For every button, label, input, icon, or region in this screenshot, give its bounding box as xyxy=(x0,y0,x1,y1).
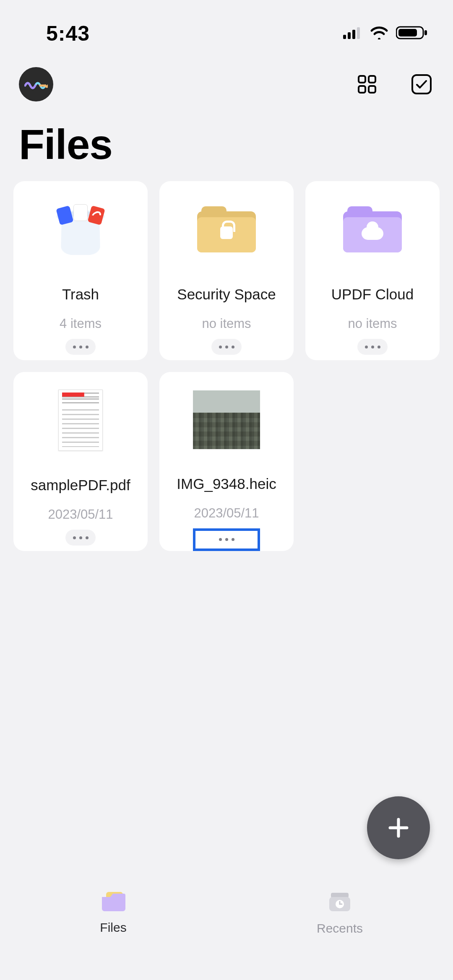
folder-tab-icon xyxy=(100,891,126,914)
item-name: IMG_9348.heic xyxy=(172,476,280,492)
item-name: Security Space xyxy=(173,286,280,303)
item-trash[interactable]: Trash 4 items xyxy=(13,181,148,360)
status-bar: 5:43 xyxy=(0,0,453,50)
svg-rect-2 xyxy=(352,30,355,39)
wifi-icon xyxy=(370,26,388,41)
item-subtext: no items xyxy=(202,316,251,331)
grid-view-button[interactable] xyxy=(354,72,380,97)
header-actions xyxy=(354,72,434,97)
svg-rect-8 xyxy=(369,76,375,83)
tab-label: Files xyxy=(100,920,126,935)
svg-rect-10 xyxy=(369,86,375,93)
tab-recents[interactable]: Recents xyxy=(226,875,453,980)
battery-icon xyxy=(396,26,428,42)
svg-rect-6 xyxy=(424,30,427,35)
select-button[interactable] xyxy=(409,72,434,97)
checkbox-icon xyxy=(411,73,432,95)
add-button[interactable] xyxy=(367,796,430,859)
header-row xyxy=(0,50,453,101)
item-updf-cloud[interactable]: UPDF Cloud no items xyxy=(305,181,440,360)
svg-rect-0 xyxy=(343,35,346,39)
image-thumbnail xyxy=(193,387,260,452)
tab-label: Recents xyxy=(317,921,363,936)
item-file-heic[interactable]: IMG_9348.heic 2023/05/11 xyxy=(159,372,294,551)
trash-icon xyxy=(47,196,114,263)
tab-bar: Files Recents xyxy=(0,875,453,980)
app-logo-icon xyxy=(24,78,48,91)
plus-icon xyxy=(385,814,412,841)
item-name: Trash xyxy=(58,286,103,303)
item-subtext: 2023/05/11 xyxy=(48,507,113,522)
svg-rect-1 xyxy=(348,32,351,39)
item-security-space[interactable]: Security Space no items xyxy=(159,181,294,360)
svg-rect-7 xyxy=(359,76,365,83)
status-indicators xyxy=(343,26,428,42)
svg-rect-5 xyxy=(398,29,417,36)
avatar[interactable] xyxy=(19,67,53,101)
item-name: UPDF Cloud xyxy=(327,286,418,303)
page-title: Files xyxy=(0,101,453,181)
cloud-folder-icon xyxy=(339,196,406,263)
item-name: samplePDF.pdf xyxy=(26,477,134,494)
tab-files[interactable]: Files xyxy=(0,875,226,980)
locked-folder-icon xyxy=(193,196,260,263)
item-more-button[interactable] xyxy=(193,528,260,551)
item-subtext: 2023/05/11 xyxy=(194,506,259,521)
svg-rect-11 xyxy=(412,75,431,94)
item-more-button[interactable] xyxy=(357,339,388,355)
pdf-thumbnail xyxy=(47,387,114,454)
item-more-button[interactable] xyxy=(65,530,96,546)
item-subtext: no items xyxy=(348,316,397,331)
cellular-icon xyxy=(343,26,362,41)
status-time: 5:43 xyxy=(46,21,90,46)
items-grid: Trash 4 items Security Space no items xyxy=(0,181,453,551)
recents-tab-icon xyxy=(328,891,352,915)
svg-rect-9 xyxy=(359,86,365,93)
grid-icon xyxy=(357,74,377,94)
item-more-button[interactable] xyxy=(65,339,96,355)
item-file-pdf[interactable]: samplePDF.pdf 2023/05/11 xyxy=(13,372,148,551)
item-subtext: 4 items xyxy=(60,316,102,331)
svg-rect-3 xyxy=(357,27,360,39)
item-more-button[interactable] xyxy=(211,339,242,355)
